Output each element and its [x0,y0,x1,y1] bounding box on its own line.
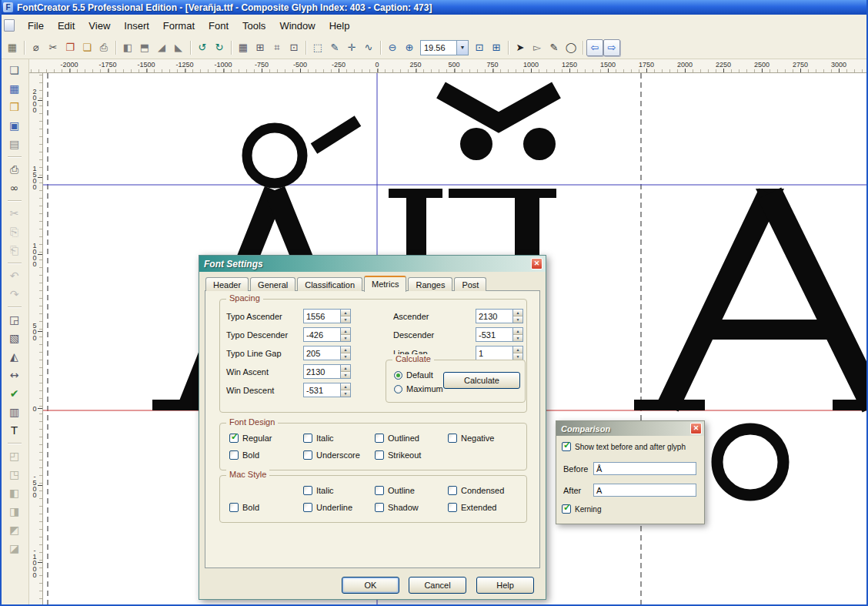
window-titlebar[interactable]: F FontCreator 5.5 Professional Edition -… [0,0,868,15]
checkbox-strikeout[interactable]: ✓ Strikeout [375,450,421,460]
save-font[interactable]: ▣ [5,117,24,134]
spin-input[interactable]: -531 ▲▼ [303,383,351,397]
show-points[interactable]: ⊡ [285,39,302,56]
marquee-select[interactable]: ⬚ [309,39,326,56]
help-button[interactable]: Help [476,577,534,594]
undo[interactable]: ↶ [5,267,24,284]
new-font[interactable]: ❏ [5,62,24,79]
zoom-fit[interactable]: ⊞ [488,39,505,56]
spin-up-button[interactable]: ▲ [513,328,522,335]
print[interactable]: ⎙ [5,161,24,178]
spin-up-button[interactable]: ▲ [341,347,350,353]
zoom-out[interactable]: ⊖ [384,39,401,56]
spin-input[interactable]: 2130 ▲▼ [303,364,351,379]
freehand-select[interactable]: ✎ [326,39,343,56]
spin-down-button[interactable]: ▼ [341,390,350,397]
spin-up-button[interactable]: ▲ [513,347,522,353]
spin-input[interactable]: 1 ▲▼ [476,346,523,360]
scissors-tool[interactable]: ✂ [45,39,62,56]
radio-default[interactable]: Default [394,370,433,380]
paste[interactable]: ⎗ [5,242,24,259]
menu-file[interactable]: File [21,16,51,35]
zoom-in[interactable]: ⊕ [401,39,418,56]
calculate-button[interactable]: Calculate [443,372,520,389]
preview-panel[interactable]: ▥ [5,403,24,420]
bring-forward[interactable]: ◰ [5,447,24,464]
zoom-level-combobox[interactable]: 19.56 ▼ [420,40,469,55]
checkbox-mac-underline[interactable]: ✓ Underline [303,503,352,512]
after-input[interactable]: A [593,484,696,497]
checkbox-bold[interactable]: ✓ Bold [229,450,259,460]
before-input[interactable]: Å [593,462,696,475]
font-properties[interactable]: ▤ [5,136,24,152]
cancel-button[interactable]: Cancel [409,577,466,594]
send-backward[interactable]: ◳ [5,466,24,483]
glyph-metrics[interactable]: ↔ [5,367,24,383]
spin-down-button[interactable]: ▼ [341,372,350,378]
copy-contours[interactable]: ❐ [62,39,78,56]
find-glyph[interactable]: ∞ [5,179,24,196]
pointer-tool[interactable]: ➤ [512,39,529,56]
menu-font[interactable]: Font [202,16,235,35]
skew-vertical[interactable]: ◣ [170,39,187,56]
align-contours-right[interactable]: ◨ [5,503,24,520]
checkbox-mac-extended[interactable]: ✓ Extended [448,503,496,512]
checkbox-regular[interactable]: ✓ Regular [229,434,272,443]
rotate-ccw[interactable]: ↺ [194,39,211,56]
print-glyph[interactable]: ⎙ [95,39,112,56]
contour-tool[interactable]: ▻ [529,39,546,56]
menu-format[interactable]: Format [156,16,202,35]
tab-metrics[interactable]: Metrics [364,276,406,292]
spin-down-button[interactable]: ▼ [341,353,350,360]
menu-help[interactable]: Help [322,16,357,35]
checkbox-show-text[interactable]: ✓ Show text before and after glyph [562,442,686,451]
spin-input[interactable]: 1556 ▲▼ [303,309,351,323]
font-overview[interactable]: ▦ [5,80,24,97]
test-font[interactable]: T [5,422,24,439]
validate-font[interactable]: ✔ [5,385,24,402]
checkbox-mac-condensed[interactable]: ✓ Condensed [448,486,504,495]
nav-back[interactable]: ⇦ [586,39,603,56]
nav-forward[interactable]: ⇨ [603,39,620,56]
radio-maximum[interactable]: Maximum [394,384,443,393]
transform-wizard[interactable]: ◭ [5,348,24,365]
knife-tool[interactable]: ⌀ [28,39,45,56]
checkbox-outlined[interactable]: ✓ Outlined [375,434,419,443]
checkbox-mac-outline[interactable]: ✓ Outline [375,486,415,495]
spin-down-button[interactable]: ▼ [341,316,350,323]
menu-insert[interactable]: Insert [117,16,156,35]
menu-tools[interactable]: Tools [235,16,272,35]
spin-up-button[interactable]: ▲ [341,383,350,390]
spin-down-button[interactable]: ▼ [341,335,350,341]
spin-input[interactable]: -426 ▲▼ [303,327,351,342]
checkbox-negative[interactable]: ✓ Negative [448,434,494,443]
checkbox-mac-bold[interactable]: ✓ Bold [229,503,259,512]
spin-up-button[interactable]: ▲ [341,365,350,372]
close-icon[interactable]: ✕ [690,423,702,434]
rotate-cw[interactable]: ↻ [211,39,228,56]
spin-input[interactable]: 205 ▲▼ [303,346,351,360]
glyph-properties-button[interactable]: ▦ [4,39,21,56]
tab-general[interactable]: General [250,277,295,291]
tab-classification[interactable]: Classification [297,277,362,291]
flip-vertical[interactable]: ⬒ [136,39,153,56]
checkbox-mac-italic[interactable]: ✓ Italic [303,486,334,495]
spin-up-button[interactable]: ▲ [341,310,350,316]
spin-up-button[interactable]: ▲ [341,328,350,335]
flip-horizontal[interactable]: ◧ [119,39,136,56]
font-settings-titlebar[interactable]: Font Settings ✕ [199,256,546,272]
spin-input[interactable]: -531 ▲▼ [476,327,523,342]
show-grid[interactable]: ▦ [235,39,252,56]
menu-window[interactable]: Window [272,16,322,35]
menu-edit[interactable]: Edit [51,16,82,35]
open-font[interactable]: ❒ [5,99,24,116]
ungroup-contours[interactable]: ◪ [5,540,24,557]
spin-down-button[interactable]: ▼ [513,316,522,323]
copy[interactable]: ⎘ [5,223,24,240]
draw-contour[interactable]: ✎ [546,39,563,56]
insert-contours[interactable]: ◲ [5,311,24,328]
snap-to-grid[interactable]: ⊞ [252,39,269,56]
checkbox-underscore[interactable]: ✓ Underscore [303,450,360,460]
tab-ranges[interactable]: Ranges [408,277,452,291]
measure-tool[interactable]: ∿ [360,39,377,56]
